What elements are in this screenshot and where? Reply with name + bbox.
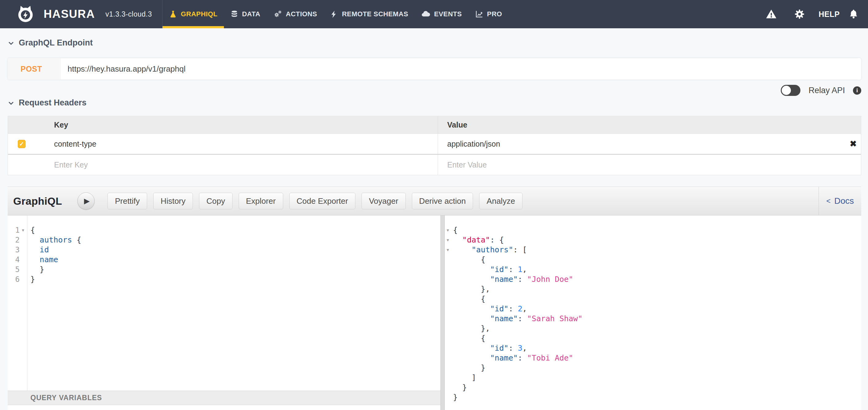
nav-tab-remote-schemas[interactable]: REMOTE SCHEMAS bbox=[323, 0, 415, 28]
nav-tab-graphiql[interactable]: GRAPHIQL bbox=[162, 0, 224, 28]
gutter-line bbox=[445, 265, 451, 274]
relay-api-toggle[interactable] bbox=[781, 85, 800, 96]
code-line: "id": 1, bbox=[453, 265, 861, 274]
code-line: authors { bbox=[30, 235, 440, 245]
header-enabled-checkbox[interactable]: ✓ bbox=[18, 140, 26, 148]
header-key[interactable]: content-type bbox=[51, 140, 438, 148]
fold-toggle[interactable]: ▾ bbox=[445, 235, 451, 245]
gutter-line bbox=[445, 324, 451, 333]
code-line: { bbox=[30, 225, 440, 235]
cogs-icon bbox=[273, 10, 282, 19]
chevron-down-icon bbox=[8, 100, 14, 107]
copy-button[interactable]: Copy bbox=[199, 193, 232, 209]
code-line: { bbox=[453, 294, 861, 304]
endpoint-section-header[interactable]: GraphQL Endpoint bbox=[8, 38, 93, 48]
code-line: { bbox=[453, 333, 861, 343]
code-line: "id": 3, bbox=[453, 343, 861, 353]
fold-toggle[interactable]: ▾ bbox=[445, 225, 451, 235]
query-editor[interactable]: 1▾23456 { authors { id name }} QUERY VAR… bbox=[8, 215, 440, 410]
nav-tab-data[interactable]: DATA bbox=[224, 0, 267, 28]
http-method-badge: POST bbox=[8, 58, 61, 80]
endpoint-bar: POST https://hey.hasura.app/v1/graphql bbox=[8, 58, 861, 80]
nav-tab-label: DATA bbox=[242, 10, 260, 18]
prettify-button[interactable]: Prettify bbox=[107, 193, 147, 209]
code-line: "data": { bbox=[453, 235, 861, 245]
nav-tab-label: REMOTE SCHEMAS bbox=[342, 10, 408, 18]
graphiql-toolbar: GraphiQL ▶ PrettifyHistoryCopyExplorerCo… bbox=[8, 186, 861, 215]
nav-tab-actions[interactable]: ACTIONS bbox=[267, 0, 324, 28]
plug-icon bbox=[330, 10, 338, 19]
code-exporter-button[interactable]: Code Exporter bbox=[289, 193, 356, 209]
endpoint-section-title: GraphQL Endpoint bbox=[19, 38, 93, 48]
code-line: "id": 2, bbox=[453, 304, 861, 314]
query-editor-code[interactable]: { authors { id name }} bbox=[27, 215, 440, 391]
warning-icon[interactable] bbox=[766, 9, 777, 20]
gutter-line: 2 bbox=[8, 235, 27, 245]
bell-icon[interactable] bbox=[848, 9, 859, 19]
header-value[interactable]: application/json bbox=[438, 134, 835, 154]
headers-section-header[interactable]: Request Headers bbox=[8, 98, 87, 108]
code-line: } bbox=[453, 383, 861, 392]
nav-tab-label: PRO bbox=[487, 10, 502, 18]
nav-tab-label: GRAPHIQL bbox=[181, 10, 217, 18]
gutter-line bbox=[445, 284, 451, 294]
gutter-line: 4 bbox=[8, 255, 27, 265]
nav-tabs: GRAPHIQLDATAACTIONSREMOTE SCHEMASEVENTSP… bbox=[162, 0, 509, 28]
analyze-button[interactable]: Analyze bbox=[479, 193, 523, 209]
derive-action-button[interactable]: Derive action bbox=[412, 193, 473, 209]
help-button[interactable]: HELP bbox=[818, 10, 840, 19]
database-icon bbox=[230, 10, 238, 18]
query-variables-bar[interactable]: QUERY VARIABLES bbox=[8, 391, 440, 405]
nav-tab-label: EVENTS bbox=[434, 10, 462, 18]
gear-icon[interactable] bbox=[794, 9, 805, 20]
new-header-key-input[interactable]: Enter Key bbox=[51, 160, 438, 169]
gutter-line: 6 bbox=[8, 274, 27, 284]
hasura-console: HASURA v1.3.3-cloud.3 GRAPHIQLDATAACTION… bbox=[0, 0, 868, 410]
gutter-line bbox=[445, 304, 451, 314]
history-button[interactable]: History bbox=[153, 193, 193, 209]
graphiql-title: GraphiQL bbox=[13, 195, 62, 207]
new-header-row: Enter Key Enter Value bbox=[8, 154, 861, 175]
code-line: ] bbox=[453, 373, 861, 383]
query-variables-editor[interactable] bbox=[8, 405, 440, 410]
nav-tab-label: ACTIONS bbox=[286, 10, 317, 18]
new-header-value-input[interactable]: Enter Value bbox=[438, 155, 835, 175]
docs-button[interactable]: < Docs bbox=[818, 187, 861, 215]
remove-header-icon[interactable]: ✖ bbox=[835, 139, 861, 149]
gutter-line bbox=[445, 373, 451, 383]
header-row: ✓ content-type application/json ✖ bbox=[8, 134, 861, 154]
column-header-value: Value bbox=[438, 116, 835, 134]
voyager-button[interactable]: Voyager bbox=[362, 193, 405, 209]
code-line: "authors": [ bbox=[453, 245, 861, 255]
info-icon[interactable]: i bbox=[853, 86, 861, 95]
fold-toggle[interactable]: 1▾ bbox=[8, 225, 27, 235]
gutter-line bbox=[445, 274, 451, 284]
code-line: { bbox=[453, 225, 861, 235]
response-code: { "data": { "authors": [ { "id": 1, "nam… bbox=[451, 215, 861, 410]
relay-api-label: Relay API bbox=[808, 86, 845, 95]
gutter-line bbox=[445, 392, 451, 402]
navbar-right: HELP bbox=[766, 0, 868, 28]
code-line: } bbox=[30, 274, 440, 284]
brand[interactable]: HASURA v1.3.3-cloud.3 bbox=[0, 0, 152, 28]
fold-toggle[interactable]: ▾ bbox=[445, 245, 451, 255]
query-editor-gutter: 1▾23456 bbox=[8, 215, 27, 391]
chart-icon bbox=[475, 10, 484, 19]
request-headers-table: Key Value ✓ content-type application/jso… bbox=[8, 116, 861, 175]
pane-resize-divider[interactable] bbox=[440, 215, 445, 410]
headers-section-title: Request Headers bbox=[19, 98, 87, 108]
relay-api-row: Relay API i bbox=[781, 84, 861, 96]
explorer-button[interactable]: Explorer bbox=[239, 193, 283, 209]
nav-tab-pro[interactable]: PRO bbox=[468, 0, 509, 28]
code-line: id bbox=[30, 245, 440, 255]
hasura-logo-icon bbox=[17, 5, 34, 23]
code-line: { bbox=[453, 255, 861, 265]
query-variables-label: QUERY VARIABLES bbox=[30, 394, 102, 402]
chevron-down-icon bbox=[8, 40, 14, 47]
nav-tab-events[interactable]: EVENTS bbox=[415, 0, 468, 28]
endpoint-url[interactable]: https://hey.hasura.app/v1/graphql bbox=[61, 58, 861, 80]
version-label: v1.3.3-cloud.3 bbox=[105, 10, 152, 19]
table-header-row: Key Value bbox=[8, 116, 861, 134]
execute-query-button[interactable]: ▶ bbox=[78, 193, 95, 210]
flask-icon bbox=[169, 10, 177, 19]
